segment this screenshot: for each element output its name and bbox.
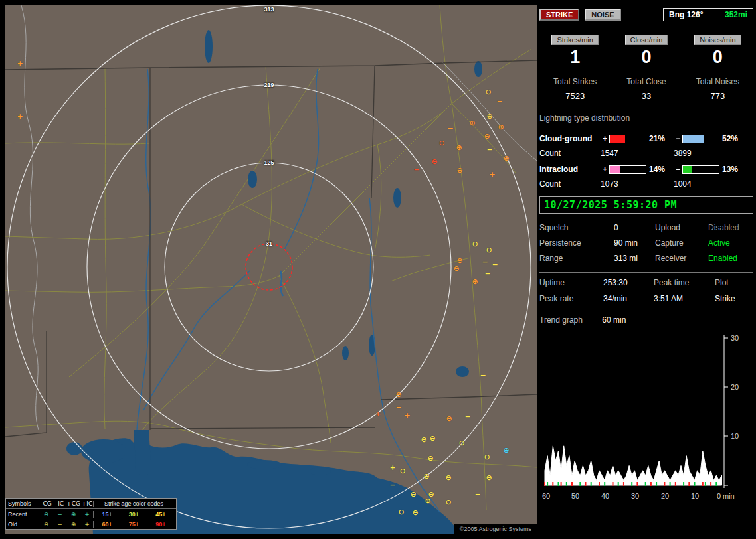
noise-button[interactable]: NOISE	[585, 9, 620, 21]
capture-status: Active	[708, 238, 753, 248]
cg-negative-percent: 52%	[719, 134, 753, 143]
strike-marker: ⊖	[446, 415, 452, 422]
legend-age-row-2: 60+ 75+ 90+	[93, 521, 174, 528]
divider	[539, 108, 753, 108]
total-noises-label: Total Noises	[682, 77, 753, 86]
cloud-ground-label: Cloud-ground	[539, 134, 601, 143]
cloud-ground-count-row: Count 1547 3899	[539, 149, 753, 158]
strike-marker: ⊖	[429, 435, 435, 442]
control-panel: STRIKE NOISE Bng 126° 352mi Strikes/min …	[539, 5, 753, 534]
strike-marker: ⊖	[398, 508, 404, 516]
strike-marker: ⊖	[445, 499, 451, 506]
strikes-column: Strikes/min 1 Total Strikes 7523	[539, 35, 611, 101]
y-tick-20: 20	[731, 383, 739, 391]
age-30: 30+	[129, 511, 139, 518]
cg-negative-bar	[682, 135, 719, 143]
total-strikes-label: Total Strikes	[539, 77, 611, 86]
x-tick-30: 30	[627, 492, 643, 500]
strike-marker: +	[17, 113, 23, 120]
strike-marker: ⊖	[399, 467, 405, 475]
strike-marker: −	[464, 413, 470, 420]
x-tick-40: 40	[597, 492, 613, 500]
strike-marker: +	[375, 410, 381, 418]
legend-recent-label: Recent	[8, 511, 39, 518]
toolbar: STRIKE NOISE Bng 126° 352mi	[539, 8, 753, 21]
strike-marker: ⊖	[458, 439, 464, 447]
strike-marker: ⊖	[472, 240, 478, 248]
bearing-label: Bng 126°	[669, 10, 703, 19]
strike-marker: ⊖	[421, 436, 426, 443]
ic-negative-count: 1004	[674, 179, 753, 189]
capture-label: Capture	[655, 238, 708, 248]
minus-icon: −	[54, 521, 66, 528]
age-60: 60+	[102, 521, 112, 528]
legend-age-row-1: 15+ 30+ 45+	[93, 511, 174, 518]
upload-status: Disabled	[708, 223, 753, 232]
ic-negative-bar	[682, 165, 719, 174]
persistence-value: 90 min	[614, 238, 655, 248]
strike-marker: −	[492, 261, 498, 268]
bearing-distance: 352mi	[725, 10, 747, 19]
copyright-attribution: ©2005 Astrogenic Systems	[454, 524, 537, 534]
plus-sign: +	[601, 165, 609, 174]
noises-per-min-button[interactable]: Noises/min	[694, 35, 741, 45]
strike-marker: +	[17, 60, 23, 67]
total-noises-value: 773	[682, 91, 753, 101]
app-window: 313 219 125 31 ⊕⊕⊕⊖−⊖⊕−⊕⊖−⊖+−⊖⊖⊖⊕−−⊖−⊕++…	[0, 0, 756, 539]
legend-col-pic: +IC	[81, 501, 93, 507]
strike-marker: −	[395, 404, 401, 411]
trend-graph-header: Trend graph 60 min	[539, 315, 753, 325]
strike-marker: ⊖	[395, 391, 401, 398]
x-axis-unit: min	[723, 492, 743, 500]
plot-label: Plot	[715, 278, 753, 287]
divider	[539, 127, 753, 127]
close-per-min-button[interactable]: Close/min	[625, 35, 668, 45]
strike-marker: ⊕	[486, 113, 492, 120]
strike-marker: ⊕	[425, 497, 430, 504]
status-section: Uptime 253:30 Peak time Plot Peak rate 3…	[539, 278, 753, 303]
minus-sign: −	[674, 134, 682, 143]
circle-minus-icon: ⊖	[39, 521, 54, 528]
close-per-min-value: 0	[611, 47, 682, 68]
y-tick-30: 30	[731, 334, 739, 342]
intracloud-count-row: Count 1073 1004	[539, 179, 753, 189]
plus-icon: +	[81, 521, 93, 528]
circle-plus-icon: ⊕	[66, 511, 81, 518]
rates-section: Strikes/min 1 Total Strikes 7523 Close/m…	[539, 35, 753, 101]
strike-marker: −	[496, 98, 502, 105]
cg-positive-bar	[609, 135, 646, 143]
plot-value: Strike	[715, 294, 753, 303]
range-label: Range	[539, 254, 614, 263]
trend-graph: 30 20 10 60 50 40 30 20 10 0 min	[539, 331, 753, 505]
legend-age-header: Strike age color codes	[93, 501, 174, 507]
squelch-value: 0	[614, 223, 655, 232]
bearing-display: Bng 126° 352mi	[663, 8, 753, 21]
plus-sign: +	[601, 134, 609, 143]
strike-marker: ⊕	[503, 155, 509, 162]
count-label: Count	[539, 149, 601, 158]
strike-marker: ⊕	[456, 257, 462, 264]
strike-marker: ⊖	[423, 473, 429, 480]
legend-symbols-header: Symbols	[8, 501, 39, 507]
strike-marker: ⊕	[469, 119, 475, 127]
strike-marker: −	[484, 270, 490, 277]
strike-button[interactable]: STRIKE	[539, 9, 579, 21]
strikes-per-min-button[interactable]: Strikes/min	[551, 35, 598, 45]
ic-positive-bar	[609, 165, 646, 174]
noises-per-min-value: 0	[682, 47, 753, 68]
x-axis-labels: 60 50 40 30 20 10 0 min	[539, 492, 753, 502]
strike-marker: ⊖	[431, 158, 437, 165]
persistence-label: Persistence	[539, 238, 614, 248]
x-tick-50: 50	[567, 492, 583, 500]
legend-recent-row: Recent ⊖ − ⊕ + 15+ 30+ 45+	[6, 509, 176, 519]
trend-graph-plot	[539, 331, 728, 491]
total-close-value: 33	[611, 91, 682, 101]
strike-marker: ⊕	[456, 144, 462, 151]
map-panel[interactable]: 313 219 125 31 ⊕⊕⊕⊖−⊖⊕−⊕⊖−⊖+−⊖⊖⊖⊕−−⊖−⊕++…	[5, 5, 537, 534]
age-75: 75+	[129, 521, 139, 528]
strike-marker: ⊖	[438, 139, 444, 147]
strike-marker: +	[489, 171, 495, 178]
strike-marker: +	[404, 412, 410, 419]
map-legend: Symbols -CG -IC +CG +IC Strike age color…	[5, 498, 177, 530]
trend-graph-label: Trend graph	[539, 315, 583, 325]
